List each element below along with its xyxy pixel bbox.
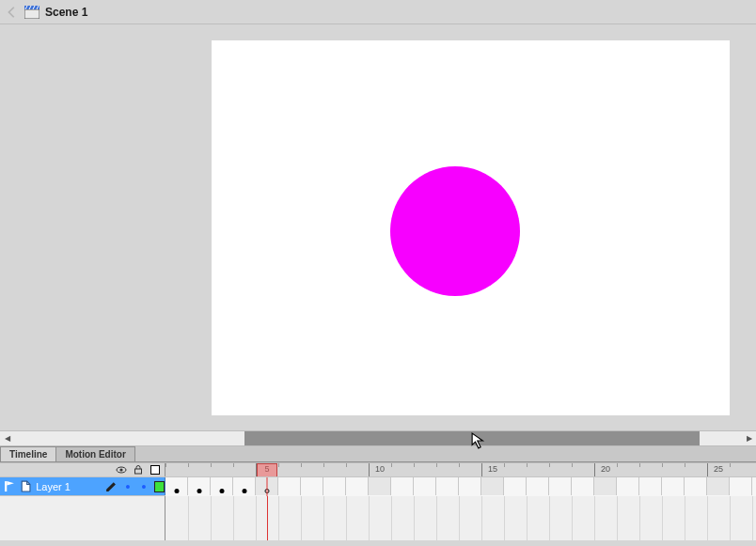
keyframe-dot: [174, 489, 179, 493]
playhead[interactable]: [257, 463, 277, 476]
eye-icon[interactable]: [116, 464, 127, 476]
ruler-number: 15: [488, 464, 497, 474]
frame-cell[interactable]: [278, 477, 301, 495]
scroll-right-button[interactable]: ▶: [742, 431, 756, 445]
scroll-track[interactable]: [14, 431, 742, 445]
ruler-number: 25: [714, 464, 723, 474]
ruler-tick: [188, 463, 189, 467]
scroll-thumb[interactable]: [244, 431, 700, 445]
frame-cell[interactable]: [436, 477, 459, 495]
page-icon: [20, 480, 32, 493]
frame-cell[interactable]: [459, 477, 481, 495]
frame-strip[interactable]: [165, 477, 756, 496]
frame-cell[interactable]: [188, 477, 211, 495]
frame-cell[interactable]: [662, 477, 685, 495]
svg-rect-11: [5, 481, 7, 491]
ruler-tick: [459, 463, 460, 467]
circle-shape[interactable]: [390, 166, 520, 296]
ruler-tick: [639, 463, 640, 467]
ruler-tick: [278, 463, 279, 467]
svg-rect-9: [135, 469, 142, 474]
keyframe-dot: [242, 489, 246, 493]
ruler-tick: [707, 463, 708, 476]
ruler-number: 10: [375, 464, 385, 474]
keyframe-dot: [197, 489, 201, 493]
frame-cell[interactable]: [369, 477, 391, 495]
timeline-header: 510152025: [0, 463, 756, 476]
svg-point-8: [119, 468, 122, 471]
layer-name: Layer 1: [36, 481, 102, 492]
frame-cell[interactable]: [685, 477, 707, 495]
frame-cell[interactable]: [730, 477, 752, 495]
frame-cell[interactable]: [639, 477, 662, 495]
ruler-tick: [211, 463, 212, 467]
ruler-tick: [436, 463, 437, 467]
svg-marker-13: [106, 482, 116, 491]
ruler-tick: [165, 463, 166, 467]
scene-title: Scene 1: [45, 6, 87, 19]
frame-cell[interactable]: [301, 477, 323, 495]
ruler-tick: [233, 463, 234, 467]
ruler-number: 20: [601, 464, 610, 474]
ruler-tick: [594, 463, 595, 476]
ruler-tick: [527, 463, 528, 467]
stage-area[interactable]: [0, 24, 756, 430]
frame-cell[interactable]: [233, 477, 256, 495]
layer-label[interactable]: Layer 1 • •: [0, 477, 165, 495]
frame-cell[interactable]: [527, 477, 549, 495]
ruler-tick: [301, 463, 302, 467]
timeline-empty-area: [0, 495, 756, 540]
ruler-tick: [391, 463, 392, 467]
scene-bar: Scene 1: [0, 0, 756, 24]
tab-timeline[interactable]: Timeline: [0, 446, 56, 461]
scroll-left-button[interactable]: ◀: [0, 431, 14, 445]
svg-rect-0: [24, 9, 39, 19]
frame-cell[interactable]: [211, 477, 233, 495]
layer-column-header: [0, 463, 165, 476]
svg-marker-12: [7, 481, 14, 485]
frame-cell[interactable]: [481, 477, 504, 495]
lock-dot-icon[interactable]: •: [138, 480, 150, 493]
svg-rect-10: [151, 466, 160, 475]
timeline-panel: 510152025 Layer 1 • •: [0, 462, 756, 540]
ruler-tick: [346, 463, 347, 467]
pencil-icon: [105, 480, 118, 493]
ruler-tick: [572, 463, 573, 467]
ruler-tick: [504, 463, 505, 467]
frame-cell[interactable]: [165, 477, 188, 495]
frame-cell[interactable]: [572, 477, 594, 495]
ruler-tick: [662, 463, 663, 467]
stage-hscrollbar[interactable]: ◀ ▶: [0, 430, 756, 446]
scene-clapper-icon: [24, 6, 39, 19]
stage-canvas[interactable]: [212, 40, 730, 415]
frame-cell[interactable]: [346, 477, 369, 495]
keyframe-dot: [219, 489, 224, 493]
playhead-line: [267, 477, 268, 496]
frame-cell[interactable]: [549, 477, 572, 495]
frame-cell[interactable]: [414, 477, 436, 495]
panel-tabs: Timeline Motion Editor: [0, 446, 756, 462]
tab-motion-editor[interactable]: Motion Editor: [55, 446, 134, 461]
ruler-tick: [617, 463, 618, 467]
flag-icon: [4, 480, 16, 493]
ruler-tick: [369, 463, 370, 476]
frame-cell[interactable]: [617, 477, 639, 495]
frame-cell[interactable]: [707, 477, 730, 495]
ruler-tick: [549, 463, 550, 467]
ruler-tick: [414, 463, 415, 467]
outline-square-icon[interactable]: [150, 464, 161, 476]
frame-cell[interactable]: [323, 477, 346, 495]
frame-cell[interactable]: [504, 477, 527, 495]
frame-ruler[interactable]: 510152025: [165, 463, 756, 476]
ruler-tick: [685, 463, 685, 467]
layer-row[interactable]: Layer 1 • •: [0, 476, 756, 495]
ruler-tick: [481, 463, 482, 476]
layer-color-swatch[interactable]: [154, 481, 165, 492]
ruler-tick: [323, 463, 324, 467]
ruler-tick: [730, 463, 731, 467]
frame-cell[interactable]: [594, 477, 617, 495]
back-arrow-icon[interactable]: [6, 6, 19, 19]
lock-icon[interactable]: [133, 464, 144, 476]
frame-cell[interactable]: [391, 477, 414, 495]
visibility-dot-icon[interactable]: •: [121, 480, 134, 493]
